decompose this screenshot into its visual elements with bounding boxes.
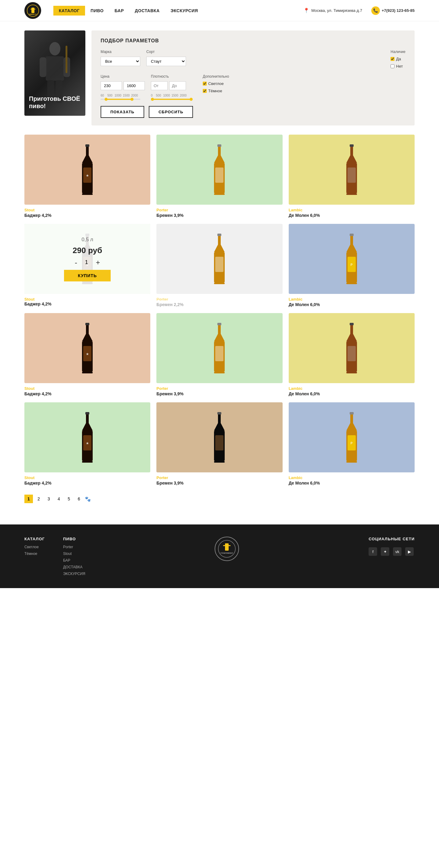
product-card-4[interactable]: ★ 0,5 л 290 руб - 1 + КУПИТЬ Stout Бадже…	[24, 224, 150, 307]
price-range-handle-left[interactable]	[105, 98, 108, 101]
svg-rect-37	[214, 283, 225, 284]
pagination-paw-icon[interactable]: 🐾	[85, 496, 91, 502]
price-filter-group: Цена 60500100015002000	[100, 74, 145, 100]
price-range-bar[interactable]	[100, 99, 140, 100]
footer-bar-link[interactable]: БАР	[63, 558, 85, 562]
product-card-1[interactable]: ★ Stout Баджер 4,2%	[24, 135, 150, 218]
product-card-11[interactable]: Porter Бремен 3,9%	[156, 402, 282, 486]
page-btn-3[interactable]: 3	[45, 495, 53, 503]
product-card-12[interactable]: P Lambic Де Молен 6,0%	[289, 402, 415, 486]
product-type-6: Lambic	[289, 297, 415, 302]
svg-rect-25	[348, 167, 356, 183]
vk-icon[interactable]: vk	[393, 547, 402, 556]
qty-minus-4[interactable]: -	[75, 258, 77, 267]
density-range-wrap: 0500100015002000	[151, 93, 191, 100]
footer-catalog-dark[interactable]: Тёмное	[24, 552, 45, 556]
svg-rect-79	[223, 545, 231, 546]
product-card-8[interactable]: Porter Бремен 3,9%	[156, 313, 282, 396]
facebook-icon[interactable]: f	[369, 547, 377, 556]
density-range-handle-left[interactable]	[151, 98, 154, 101]
footer-beer-stout[interactable]: Stout	[63, 552, 85, 556]
filter-title: ПОДБОР ПАРАМЕТОВ	[100, 38, 406, 43]
density-to-input[interactable]	[169, 81, 186, 90]
page-btn-6[interactable]: 6	[75, 495, 83, 503]
product-img-inner-10: ★	[24, 402, 150, 472]
buy-button-4[interactable]: КУПИТЬ	[64, 270, 110, 281]
product-card-3[interactable]: Lambic Де Молен 6,0%	[289, 135, 415, 218]
density-range-handle-right[interactable]	[189, 98, 193, 101]
svg-rect-5	[46, 56, 64, 81]
footer-excursion-link[interactable]: ЭКСКУРСИЯ	[63, 572, 85, 576]
phone-icon: 📞	[371, 6, 380, 15]
add-dark-row: Тёмное	[203, 89, 229, 93]
product-card-6[interactable]: P Lambic Де Молен 6,0%	[289, 224, 415, 307]
density-label: Плотность	[151, 74, 191, 79]
youtube-icon[interactable]: ▶	[405, 547, 414, 556]
svg-rect-33	[217, 234, 221, 236]
svg-rect-23	[350, 147, 353, 155]
avail-yes-label: Да	[396, 57, 401, 61]
price-min-input[interactable]	[100, 81, 122, 90]
show-button[interactable]: ПОКАЗАТЬ	[100, 106, 144, 118]
svg-rect-69	[215, 435, 224, 451]
price-label: Цена	[100, 74, 145, 79]
product-card-10[interactable]: ★ Stout Баджер 4,2%	[24, 402, 150, 486]
svg-rect-50	[217, 323, 221, 325]
product-card-9[interactable]: Lambic Де Молен 6,0%	[289, 313, 415, 396]
page-btn-1[interactable]: 1	[24, 495, 33, 503]
sort-select[interactable]: Стаут	[146, 57, 186, 66]
add-dark-checkbox[interactable]	[203, 89, 207, 93]
header-right: 📍 Москва, ул. Тимирязева д.7 📞 +7(923) 1…	[303, 6, 415, 15]
price-max-input[interactable]	[123, 81, 145, 90]
product-img-inner-3	[289, 135, 415, 205]
product-type-1: Stout	[24, 208, 150, 212]
brand-select[interactable]: Все	[100, 57, 140, 66]
page-btn-5[interactable]: 5	[65, 495, 73, 503]
nav-delivery[interactable]: ДОСТАВКА	[129, 6, 165, 16]
price-range-handle-right[interactable]	[130, 98, 134, 101]
qty-value-4: 1	[83, 259, 90, 266]
product-type-7: Stout	[24, 386, 150, 391]
avail-no-row: Нет	[390, 64, 406, 68]
phone[interactable]: 📞 +7(923) 123-65-85	[371, 6, 415, 15]
svg-rect-21	[214, 193, 225, 195]
product-name-9: Де Молен 6,0%	[289, 391, 415, 396]
footer-catalog-light[interactable]: Светлое	[24, 545, 45, 549]
nav-beer[interactable]: ПИВО	[85, 6, 109, 16]
density-range-bar[interactable]	[151, 99, 191, 100]
twitter-icon[interactable]: ✦	[381, 547, 389, 556]
nav-catalog[interactable]: КАТАЛОГ	[53, 6, 85, 16]
product-card-5[interactable]: Porter Бремен 2,2%	[156, 224, 282, 307]
product-name-6: Де Молен 6,0%	[289, 302, 415, 307]
svg-rect-10	[65, 46, 67, 73]
product-name-8: Бремен 3,9%	[156, 391, 282, 396]
add-dark-label: Тёмное	[208, 89, 222, 93]
density-from-input[interactable]	[151, 81, 168, 90]
product-img-inner-1: ★	[24, 135, 150, 205]
reset-button[interactable]: СБРОСИТЬ	[149, 106, 193, 118]
svg-rect-20	[215, 167, 224, 183]
nav-excursion[interactable]: ЭКСКУРСИЯ	[165, 6, 204, 16]
svg-rect-36	[215, 257, 224, 272]
add-light-checkbox[interactable]	[203, 82, 207, 86]
page-btn-4[interactable]: 4	[55, 495, 63, 503]
avail-yes-checkbox[interactable]	[390, 57, 394, 61]
footer-delivery-link[interactable]: ДОСТАВКА	[63, 565, 85, 569]
nav-bar[interactable]: БАР	[109, 6, 129, 16]
qty-plus-4[interactable]: +	[96, 258, 100, 267]
avail-no-checkbox[interactable]	[390, 64, 394, 68]
filter-buttons: ПОКАЗАТЬ СБРОСИТЬ	[100, 106, 406, 118]
logo[interactable]: BREW CO	[24, 2, 41, 19]
svg-rect-2	[30, 9, 35, 9]
product-img-inner-5	[156, 224, 282, 294]
page-btn-2[interactable]: 2	[34, 495, 43, 503]
product-image-2	[156, 135, 282, 205]
svg-rect-1	[31, 8, 34, 13]
product-card-2[interactable]: Porter Бремен 3,9%	[156, 135, 282, 218]
footer-beer-title: ПИВО	[63, 537, 85, 541]
density-range-fill	[151, 99, 191, 100]
price-range-fill	[106, 99, 131, 100]
svg-rect-70	[214, 461, 225, 463]
footer-beer-porter[interactable]: Porter	[63, 545, 85, 549]
product-card-7[interactable]: ★ Stout Баджер 4,2%	[24, 313, 150, 396]
